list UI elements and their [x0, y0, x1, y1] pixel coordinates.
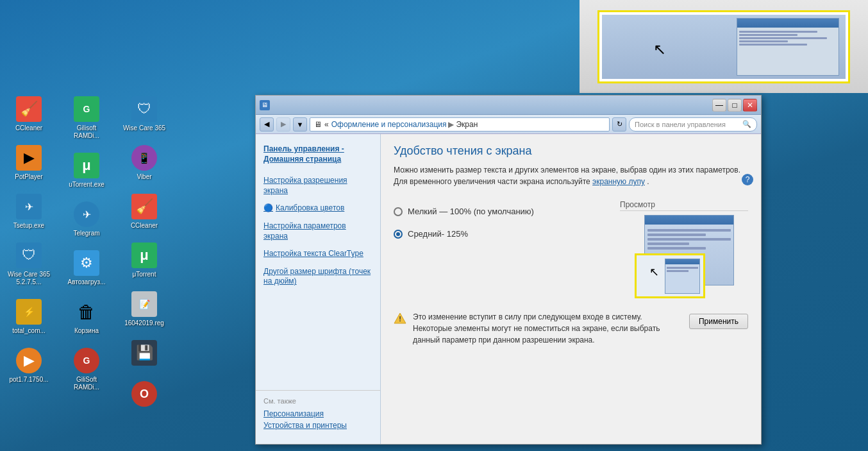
desktop-icon-gilisoft[interactable]: G Gilisoft RAMDi...	[64, 96, 109, 140]
gilisoft-label: Gilisoft RAMDi...	[65, 124, 108, 140]
page-description: Можно изменить размер текста и других эл…	[394, 164, 748, 187]
desktop-icon-recycle[interactable]: 🗑 Корзина	[64, 299, 109, 335]
radio-option-small[interactable]: Мелкий — 100% (по умолчанию)	[394, 200, 607, 223]
apply-button[interactable]: Применить	[689, 314, 748, 329]
sidebar: Панель управления - Домашняя страница На…	[256, 134, 381, 444]
desktop-icon-autorun[interactable]: ⚙ Автозагруз...	[64, 250, 109, 286]
maximize-button[interactable]: □	[728, 99, 742, 112]
wiscare2-icon: 🛡	[131, 96, 157, 122]
svg-text:!: !	[399, 315, 401, 323]
also-see-title: См. также	[263, 397, 372, 405]
refresh-button[interactable]: ↻	[612, 117, 626, 132]
ccleaner-icon: 🧹	[16, 96, 42, 122]
radio-small-label: Мелкий — 100% (по умолчанию)	[408, 207, 534, 216]
address-parent-link[interactable]: Оформление и персонализация	[331, 120, 447, 129]
forward-button[interactable]: ▶	[276, 117, 290, 132]
control-panel-window: 🖥 — □ ✕ ◀ ▶ ▼ 🖥 « Оформление и персонали…	[255, 95, 762, 445]
address-current: Экран	[456, 120, 478, 129]
radio-option-medium[interactable]: Средний- 125%	[394, 223, 607, 245]
down-button[interactable]: ▼	[293, 117, 307, 132]
preview-line-2	[647, 234, 706, 236]
wiscare-icon: 🛡	[16, 243, 42, 268]
address-bar: ◀ ▶ ▼ 🖥 « Оформление и персонализация ▶ …	[256, 115, 761, 134]
pot2-label: pot1.7.1750...	[9, 376, 48, 384]
sidebar-link-settings[interactable]: Настройка параметров экрана	[256, 217, 380, 245]
page-title: Удобство чтения с экрана	[394, 144, 748, 158]
utorrent2-icon: μ	[131, 243, 157, 268]
search-icon: 🔍	[742, 120, 751, 128]
opera-icon: O	[131, 381, 157, 407]
desktop-icon-wiscare2[interactable]: 🛡 Wise Care 365	[122, 96, 167, 132]
telegram2-icon: ✈	[74, 201, 99, 227]
also-see-personalization[interactable]: Персонализация	[263, 408, 372, 420]
viber-label: Viber	[137, 173, 151, 181]
minimize-button[interactable]: —	[712, 99, 726, 112]
radio-small-button[interactable]	[394, 207, 403, 216]
top-preview-strip: ↖	[580, 0, 868, 93]
recycle-icon: 🗑	[74, 299, 99, 325]
viber-icon: 📱	[131, 145, 157, 171]
utorrent2-label: μTorrent	[133, 271, 156, 278]
sidebar-link-cleartype[interactable]: Настройка текста ClearType	[256, 245, 380, 263]
top-preview-screen: ↖	[602, 15, 846, 79]
address-path[interactable]: 🖥 « Оформление и персонализация ▶ Экран	[310, 117, 610, 132]
tsetup-label: Tsetup.exe	[13, 222, 44, 230]
desktop-icon-gilisoft2[interactable]: G GiliSoft RAMDi...	[64, 348, 109, 391]
warning-icon: !	[394, 312, 406, 325]
top-preview-container: ↖	[597, 10, 850, 83]
search-placeholder: Поиск в панели управления	[635, 121, 742, 128]
overlay-cursor-icon: ↖	[649, 265, 659, 279]
sidebar-link-fontsize[interactable]: Другой размер шрифта (точек на дюйм)	[256, 263, 380, 291]
radio-medium-button[interactable]	[394, 230, 403, 239]
reg-label: 16042019.reg	[124, 319, 164, 327]
sidebar-link-home[interactable]: Панель управления - Домашняя страница	[256, 140, 380, 168]
utorrent-icon: μ	[74, 153, 99, 178]
desktop-icons-container: 🧹 CCleaner ▶ PotPlayer ✈ Tsetup.exe 🛡 Wi…	[6, 96, 147, 430]
preview-label: Просмотр	[620, 200, 748, 211]
desktop-icon-pot2[interactable]: ▶ pot1.7.1750...	[6, 348, 51, 384]
desktop-icon-tsetup[interactable]: ✈ Tsetup.exe	[6, 194, 51, 230]
desktop-icon-totalcmd[interactable]: ⚡ total_com...	[6, 299, 51, 335]
options-row: Мелкий — 100% (по умолчанию) Средний- 12…	[394, 200, 748, 298]
ccleaner-label: CCleaner	[15, 124, 42, 132]
close-button[interactable]: ✕	[743, 99, 757, 112]
gilisoft2-label: GiliSoft RAMDi...	[65, 376, 108, 391]
main-content-area: ? Удобство чтения с экрана Можно изменит…	[381, 134, 761, 444]
preview-titlebar	[737, 19, 839, 28]
desktop-icon-utorrent2[interactable]: μ μTorrent	[122, 243, 167, 278]
window-icon: 🖥	[260, 100, 270, 110]
telegram2-label: Telegram	[73, 230, 99, 237]
desktop-icon-wiscare[interactable]: 🛡 Wise Care 365 5.2.7.5...	[6, 243, 51, 286]
preview-area: Просмотр	[620, 200, 748, 298]
window-body: Панель управления - Домашняя страница На…	[256, 134, 761, 444]
sidebar-link-resolution[interactable]: Настройка разрешения экрана	[256, 172, 380, 200]
preview-bg-titlebar	[645, 216, 733, 225]
back-button[interactable]: ◀	[260, 117, 274, 132]
desktop-icon-utorrent[interactable]: μ uTorrent.exe	[64, 153, 109, 189]
desktop-icon-opera[interactable]: O	[122, 381, 167, 409]
desktop-icon-telegram2[interactable]: ✈ Telegram	[64, 201, 109, 237]
desktop-icon-floppy[interactable]: 💾	[122, 340, 167, 368]
floppy-icon: 💾	[131, 340, 157, 366]
window-titlebar: 🖥 — □ ✕	[256, 96, 761, 115]
top-preview-highlighted: ↖	[597, 10, 850, 83]
desktop-icon-viber[interactable]: 📱 Viber	[122, 145, 167, 181]
preview-line-5	[647, 247, 706, 250]
description-end: .	[647, 177, 649, 186]
pot2-icon: ▶	[16, 348, 42, 373]
ccleaner2-label: CCleaner	[131, 222, 158, 230]
help-button[interactable]: ?	[742, 174, 753, 185]
desktop-icon-potplayer[interactable]: ▶ PotPlayer	[6, 145, 51, 181]
magnifier-link[interactable]: экранную лупу	[592, 177, 645, 186]
desktop-icon-reg[interactable]: 📝 16042019.reg	[122, 291, 167, 327]
search-box[interactable]: Поиск в панели управления 🔍	[629, 117, 757, 132]
also-see-devices[interactable]: Устройства и принтеры	[263, 420, 372, 431]
address-prefix: «	[324, 120, 329, 129]
cursor-icon: ↖	[653, 40, 666, 58]
potplayer-icon: ▶	[16, 145, 42, 171]
potplayer-label: PotPlayer	[15, 173, 42, 181]
sidebar-link-calibrate[interactable]: 🔵 Калибровка цветов	[256, 200, 380, 217]
totalcmd-icon: ⚡	[16, 299, 42, 325]
desktop-icon-ccleaner[interactable]: 🧹 CCleaner	[6, 96, 51, 132]
desktop-icon-ccleaner2[interactable]: 🧹 CCleaner	[122, 194, 167, 230]
